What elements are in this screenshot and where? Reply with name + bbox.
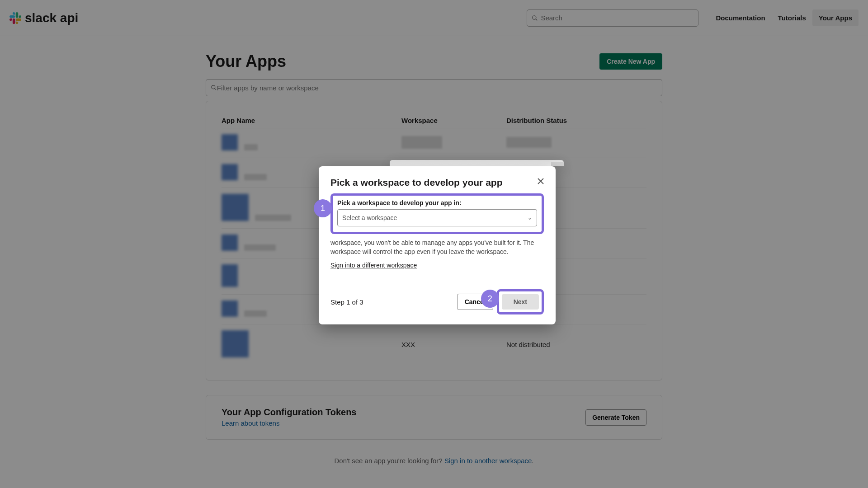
next-button[interactable]: Next xyxy=(502,294,539,310)
modal-help-text: workspace, you won't be able to manage a… xyxy=(330,239,544,256)
select-placeholder: Select a workspace xyxy=(342,214,397,221)
step-indicator: Step 1 of 3 xyxy=(330,298,457,306)
close-icon[interactable] xyxy=(536,176,546,186)
next-button-annotation: 2 Next xyxy=(497,289,544,314)
modal: Pick a workspace to develop your app 1 P… xyxy=(319,166,556,324)
annotation-badge-1: 1 xyxy=(314,199,332,217)
workspace-select[interactable]: Select a workspace ⌄ xyxy=(337,209,537,226)
sign-into-different-workspace-link[interactable]: Sign into a different workspace xyxy=(330,262,417,269)
modal-title: Pick a workspace to develop your app xyxy=(330,177,544,188)
workspace-select-annotation: 1 Pick a workspace to develop your app i… xyxy=(330,193,544,234)
workspace-field-label: Pick a workspace to develop your app in: xyxy=(337,199,537,206)
annotation-badge-2: 2 xyxy=(481,290,499,308)
chevron-down-icon: ⌄ xyxy=(528,215,532,221)
